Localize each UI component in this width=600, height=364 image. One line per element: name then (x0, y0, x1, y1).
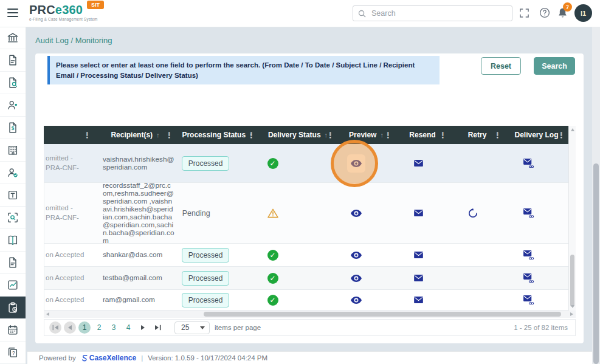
page-button-3[interactable]: 3 (108, 321, 120, 334)
file-icon (7, 256, 19, 269)
search-button[interactable]: Search (534, 57, 575, 75)
first-page-button[interactable] (49, 321, 61, 334)
book-icon (7, 234, 19, 246)
page-size-value: 25 (181, 323, 189, 332)
column-header-processing-status[interactable]: Processing Status↑⋮ (176, 126, 258, 144)
help-icon[interactable] (539, 7, 550, 21)
resend-envelope-icon[interactable] (414, 275, 423, 281)
vertical-scroll-thumb[interactable] (570, 255, 574, 307)
preview-eye-icon[interactable] (351, 275, 362, 282)
processing-status-chip: Processed (182, 156, 230, 171)
page-button-1[interactable]: 1 (78, 321, 91, 334)
sidebar-item-institution[interactable] (0, 27, 26, 49)
last-page-button[interactable] (151, 321, 164, 334)
column-header-recipient-s[interactable]: Recipient(s)↑⋮ (94, 126, 176, 144)
preview-eye-icon[interactable] (347, 154, 365, 173)
column-header-delivery-log[interactable]: Delivery Log⋮ (505, 126, 568, 144)
next-page-button[interactable] (137, 321, 149, 334)
resend-envelope-icon[interactable] (414, 252, 423, 258)
table-row[interactable]: omitted - PRA-CNF-recordsstaff_2@prc.com… (44, 183, 568, 244)
table-row[interactable]: on Acceptedshankar@das.comProcessed✓ (44, 244, 568, 267)
sidebar-item-templates[interactable] (0, 184, 26, 207)
column-label: Recipient(s) (111, 131, 153, 139)
table-row[interactable]: on Acceptedtestba@gmail.comProcessed✓ (44, 267, 568, 290)
cell-recipients: recordsstaff_2@prc.com,reshma.sudheer@sp… (95, 183, 177, 243)
previous-page-button[interactable] (64, 321, 76, 334)
grid-horizontal-scrollbar[interactable] (44, 311, 576, 318)
sidebar-item-user-approval[interactable] (0, 162, 26, 184)
delivery-log-icon[interactable] (523, 250, 534, 260)
sidebar-item-users[interactable] (0, 94, 26, 117)
cell-resend (395, 290, 450, 310)
column-header-retry[interactable]: Retry⋮ (450, 126, 505, 144)
page-scroll-thumb[interactable] (593, 163, 599, 364)
column-header-preview[interactable]: Preview↑⋮ (337, 126, 395, 144)
column-menu-icon[interactable]: ⋮ (384, 131, 392, 140)
delivery-log-icon[interactable] (523, 273, 534, 283)
sidebar-item-document-search[interactable] (0, 72, 26, 94)
column-menu-icon[interactable]: ⋮ (83, 131, 91, 140)
cell-processing-status: Processed (177, 290, 259, 310)
scroll-up-arrow[interactable] (571, 128, 574, 131)
column-header-delivery-status[interactable]: Delivery Status↑⋮ (258, 126, 337, 144)
svg-text:$: $ (12, 126, 15, 131)
column-menu-icon[interactable]: ⋮ (557, 131, 565, 140)
preview-eye-icon[interactable] (351, 297, 362, 304)
page-scrollbar[interactable] (592, 27, 600, 364)
scan-search-icon (7, 211, 19, 224)
sidebar-item-organization[interactable] (0, 139, 26, 162)
column-menu-icon[interactable]: ⋮ (165, 131, 173, 140)
page-size-dropdown[interactable]: 25 (174, 321, 210, 334)
delivery-warning-icon (267, 208, 278, 218)
sidebar-item-ledger[interactable] (0, 229, 26, 252)
column-menu-icon[interactable]: ⋮ (494, 131, 502, 140)
delivery-log-icon[interactable] (523, 295, 534, 305)
fullscreen-icon[interactable] (520, 9, 529, 20)
resend-envelope-icon[interactable] (414, 210, 423, 216)
delivery-log-icon[interactable] (523, 159, 534, 168)
preview-eye-icon[interactable] (351, 252, 362, 259)
recipients-text: vaishnavi.hrishikesh@speridian.com (95, 156, 177, 171)
grid-vertical-scrollbar[interactable] (568, 126, 576, 311)
global-search[interactable] (353, 5, 512, 21)
table-row[interactable]: omitted - PRA-CNF-vaishnavi.hrishikesh@s… (44, 144, 568, 183)
resend-envelope-icon[interactable] (414, 297, 423, 303)
table-row[interactable]: on Acceptedram@gmail.comProcessed✓ (44, 290, 568, 311)
column-menu-icon[interactable]: ⋮ (439, 131, 447, 140)
casexellence-logo[interactable]: CaseXellence (81, 354, 136, 362)
cell-delivery-status (259, 183, 338, 243)
sidebar-item-audit-log[interactable] (0, 297, 26, 319)
user-check-icon (7, 167, 19, 179)
sidebar-item-calendar[interactable] (0, 319, 26, 342)
delivery-log-icon[interactable] (523, 208, 534, 218)
user-avatar[interactable]: I1 (574, 4, 592, 22)
sidebar-item-reports[interactable] (0, 252, 26, 274)
column-menu-icon[interactable]: ⋮ (247, 131, 255, 140)
sidebar-item-record-search[interactable] (0, 207, 26, 229)
sidebar-item-help-docs[interactable]: ? (0, 342, 26, 364)
preview-eye-icon[interactable] (351, 210, 362, 217)
page-button-4[interactable]: 4 (122, 321, 134, 334)
sidebar-item-fees[interactable]: $ (0, 117, 26, 139)
reset-button[interactable]: Reset (481, 57, 521, 75)
resend-envelope-icon[interactable] (414, 160, 423, 167)
column-header-subject[interactable]: ⋮ (44, 126, 94, 144)
sidebar-item-documents[interactable] (0, 49, 26, 72)
retry-icon[interactable] (468, 208, 478, 218)
items-per-page-label: items per page (215, 324, 261, 331)
scroll-down-arrow[interactable] (571, 305, 574, 308)
chevron-down-icon (200, 326, 205, 329)
page-button-2[interactable]: 2 (93, 321, 105, 334)
search-input[interactable] (370, 9, 507, 18)
column-header-resend[interactable]: Resend⋮ (395, 126, 450, 144)
file-question-icon: ? (7, 346, 19, 359)
hamburger-menu-icon[interactable] (7, 9, 18, 18)
cell-processing-status: Processed (177, 267, 259, 289)
horizontal-scroll-thumb[interactable] (204, 312, 561, 317)
breadcrumb: Audit Log / Monitoring (35, 36, 112, 45)
column-menu-icon[interactable]: ⋮ (326, 131, 334, 140)
subject-text: omitted - PRA-CNF- (44, 154, 79, 173)
sidebar-item-analytics[interactable] (0, 274, 26, 297)
scroll-right-arrow[interactable] (570, 312, 573, 316)
scroll-left-arrow[interactable] (46, 312, 49, 316)
